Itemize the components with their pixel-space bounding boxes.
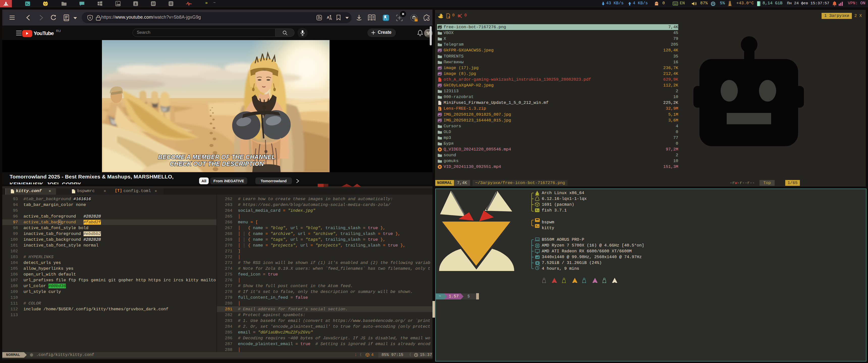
svg-text:BECOME A MEMBER OF THE CHANNEL: BECOME A MEMBER OF THE CHANNEL: [158, 154, 276, 160]
svg-text:CHECK OUT THE DESCRIPTION: CHECK OUT THE DESCRIPTION: [170, 161, 264, 167]
svg-text:A: A: [327, 15, 330, 20]
